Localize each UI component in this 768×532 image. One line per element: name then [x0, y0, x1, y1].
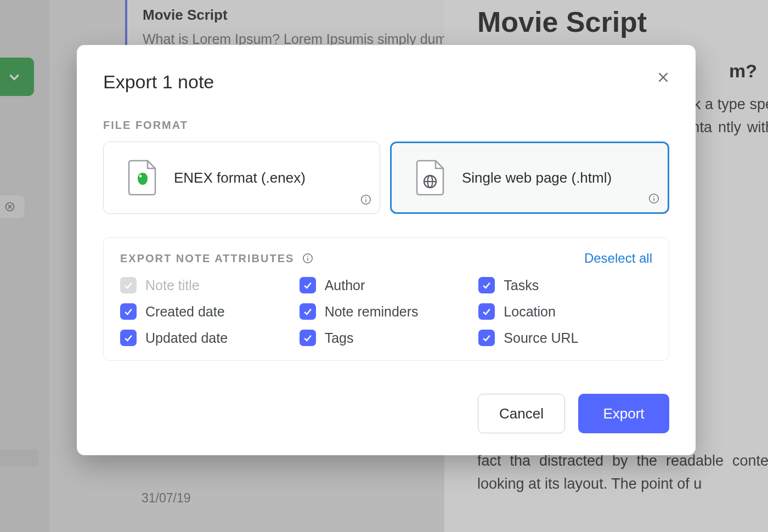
check-icon: [302, 332, 313, 343]
checkbox-note-reminders[interactable]: [300, 303, 316, 320]
attributes-label: EXPORT NOTE ATTRIBUTES: [120, 252, 294, 265]
cancel-button[interactable]: Cancel: [478, 394, 565, 433]
format-option-label: ENEX format (.enex): [174, 169, 306, 186]
check-icon: [481, 280, 492, 291]
dialog-title: Export 1 note: [103, 71, 669, 93]
attr-source-url[interactable]: Source URL: [478, 330, 652, 346]
check-icon: [123, 332, 134, 343]
dialog-footer: Cancel Export: [478, 394, 669, 433]
info-icon[interactable]: [302, 252, 314, 264]
checkbox-updated-date[interactable]: [120, 330, 137, 346]
svg-point-5: [139, 174, 142, 177]
svg-point-8: [365, 197, 366, 198]
checkbox-author[interactable]: [300, 277, 316, 293]
close-icon: [656, 70, 670, 84]
file-format-options: ENEX format (.enex) Single web page (.ht…: [103, 142, 669, 214]
attr-note-title: Note title: [120, 277, 294, 293]
svg-point-17: [307, 256, 308, 257]
attr-author[interactable]: Author: [300, 277, 473, 293]
checkbox-note-title: [120, 277, 137, 293]
attr-created-date[interactable]: Created date: [120, 303, 294, 320]
info-icon: [360, 194, 372, 206]
export-button[interactable]: Export: [578, 394, 669, 433]
attr-label: Note reminders: [325, 304, 419, 320]
checkbox-location[interactable]: [478, 303, 495, 320]
file-format-label: FILE FORMAT: [103, 119, 669, 132]
attr-location[interactable]: Location: [478, 303, 652, 320]
svg-point-14: [653, 196, 654, 197]
checkbox-created-date[interactable]: [120, 303, 137, 320]
attr-label: Created date: [145, 304, 225, 320]
info-icon: [648, 193, 660, 205]
file-enex-icon: [127, 160, 157, 196]
deselect-all-link[interactable]: Deselect all: [584, 251, 652, 266]
attr-tasks[interactable]: Tasks: [478, 277, 652, 293]
check-icon: [481, 332, 492, 343]
checkbox-source-url[interactable]: [478, 330, 495, 346]
check-icon: [302, 280, 313, 291]
format-option-html[interactable]: Single web page (.html): [390, 142, 669, 214]
close-button[interactable]: [653, 67, 674, 88]
format-option-enex[interactable]: ENEX format (.enex): [103, 142, 380, 214]
export-dialog: Export 1 note FILE FORMAT ENEX format (.…: [77, 45, 696, 455]
check-icon: [123, 306, 134, 317]
format-info-button[interactable]: [360, 194, 372, 208]
attr-label: Updated date: [145, 330, 228, 346]
format-option-label: Single web page (.html): [462, 169, 612, 186]
checkbox-tags[interactable]: [300, 330, 316, 346]
attr-label: Tags: [325, 330, 354, 346]
attr-label: Location: [504, 304, 556, 320]
attr-label: Note title: [145, 278, 200, 293]
check-icon: [302, 306, 313, 317]
attr-label: Tasks: [504, 278, 539, 293]
format-info-button[interactable]: [648, 193, 660, 207]
check-icon: [481, 306, 492, 317]
attr-updated-date[interactable]: Updated date: [120, 330, 294, 346]
checkbox-tasks[interactable]: [478, 277, 495, 293]
attr-label: Source URL: [504, 330, 578, 346]
attributes-panel: EXPORT NOTE ATTRIBUTES Deselect all Note…: [103, 237, 669, 361]
check-icon: [123, 280, 134, 291]
file-html-icon: [415, 160, 445, 196]
attr-tags[interactable]: Tags: [300, 330, 473, 346]
attributes-grid: Note title Author Tasks Created date Not…: [120, 277, 652, 346]
attr-note-reminders[interactable]: Note reminders: [300, 303, 473, 320]
attr-label: Author: [325, 278, 365, 293]
